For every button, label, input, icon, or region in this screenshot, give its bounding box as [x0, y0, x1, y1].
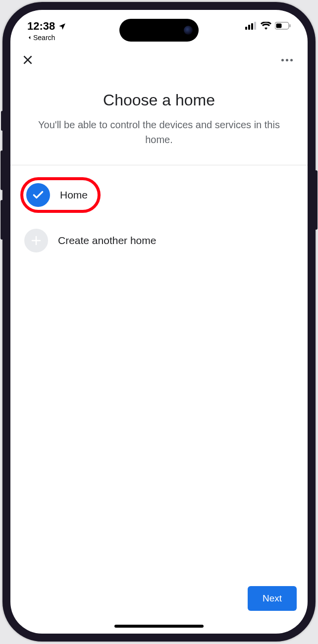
screen: 12:38 Search [10, 10, 308, 634]
phone-volume-down [0, 200, 3, 240]
more-options-button[interactable] [277, 55, 297, 65]
status-bar-left: 12:38 Search [27, 20, 66, 42]
more-dot-icon [290, 59, 293, 61]
home-option-label: Home [60, 189, 88, 201]
phone-frame: 12:38 Search [2, 2, 316, 642]
front-camera [184, 26, 193, 35]
plus-icon [24, 229, 48, 252]
phone-volume-up [0, 150, 3, 190]
location-arrow-icon [58, 22, 66, 31]
home-indicator[interactable] [114, 625, 204, 628]
battery-icon [275, 22, 291, 30]
svg-rect-3 [254, 22, 256, 30]
svg-rect-6 [290, 24, 291, 27]
next-button[interactable]: Next [248, 586, 297, 611]
wifi-icon [261, 22, 271, 30]
svg-rect-5 [276, 24, 282, 28]
page-title: Choose a home [25, 91, 293, 109]
home-option-row[interactable]: Home [20, 177, 101, 213]
selected-check-icon [26, 183, 50, 207]
status-bar-right [245, 22, 291, 30]
dynamic-island [119, 19, 199, 42]
svg-rect-1 [248, 25, 250, 30]
create-home-option-label: Create another home [58, 235, 156, 247]
phone-power-button [315, 170, 318, 230]
back-label: Search [33, 34, 55, 42]
page-subtitle: You'll be able to control the devices an… [25, 117, 293, 147]
nav-bar [10, 46, 308, 71]
phone-silent-switch [1, 111, 3, 131]
close-button[interactable] [21, 53, 34, 66]
svg-rect-0 [245, 27, 247, 30]
create-home-option-row[interactable]: Create another home [20, 223, 298, 258]
cellular-signal-icon [245, 22, 257, 30]
header-section: Choose a home You'll be able to control … [10, 71, 308, 165]
options-list: Home Create another home [10, 165, 308, 586]
more-dot-icon [281, 59, 284, 61]
more-dot-icon [286, 59, 288, 61]
status-time: 12:38 [27, 20, 55, 33]
back-to-search[interactable]: Search [27, 34, 55, 42]
svg-rect-2 [251, 23, 253, 30]
